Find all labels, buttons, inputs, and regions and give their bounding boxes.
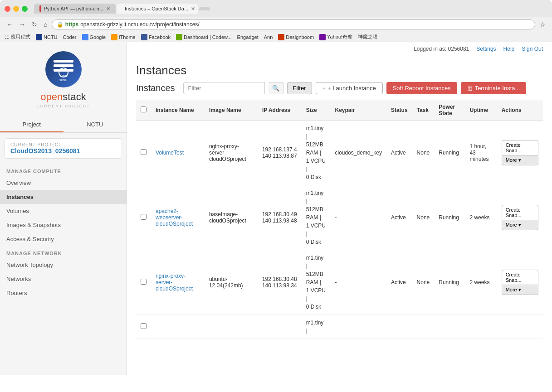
bookmark-button[interactable]: ☆: [538, 20, 547, 29]
manage-network-title: Manage Network: [0, 246, 127, 258]
bookmark-nctu-label: NCTU: [44, 34, 58, 40]
bookmark-coder-label: Coder: [63, 34, 77, 40]
bookmark-nctu[interactable]: NCTU: [36, 34, 58, 40]
row-checkbox-3[interactable]: [141, 323, 147, 329]
launch-instance-label: + Launch Instance: [327, 85, 376, 92]
create-snapshot-button-0[interactable]: Create Snap...: [502, 140, 538, 155]
row-3-image: [205, 315, 258, 339]
table-row: m1.tiny |: [136, 315, 543, 339]
instance-link-0[interactable]: VolumeTest: [156, 150, 184, 156]
soft-reboot-button[interactable]: Soft Reboot Instances: [386, 82, 457, 94]
row-checkbox-2[interactable]: [141, 279, 147, 285]
page-title: Instances: [127, 56, 552, 82]
browser-tab-1[interactable]: Python API — python-cin... ✕: [34, 4, 116, 14]
col-keypair: Keypair: [330, 100, 386, 121]
logo-svg: 1896: [50, 58, 77, 81]
filter-search-button[interactable]: 🔍: [269, 82, 283, 94]
action-group-2: Create Snap... More ▾: [502, 270, 538, 295]
row-0-ip: 192.168.137.4 140.113.98.87: [258, 121, 302, 185]
filter-input[interactable]: [183, 82, 265, 94]
more-button-0[interactable]: More ▾: [502, 155, 538, 165]
current-project-label: CURRENT PROJECT: [10, 142, 116, 147]
launch-icon: +: [322, 85, 326, 92]
sidebar-item-networks[interactable]: Networks: [0, 272, 127, 286]
bookmark-ithome-label: iThome: [119, 34, 136, 40]
bookmark-shenmozota[interactable]: 神魔之塔: [358, 34, 378, 40]
sidebar-item-access[interactable]: Access & Security: [0, 232, 127, 246]
bookmark-dashboard[interactable]: Dashboard | Codew...: [176, 34, 232, 40]
sidebar-item-routers[interactable]: Routers: [0, 286, 127, 300]
settings-link[interactable]: Settings: [476, 46, 496, 52]
row-2-size: m1.tiny | 512MB RAM | 1 VCPU | 0 Disk: [302, 250, 331, 315]
filter-button[interactable]: Filter: [287, 82, 312, 94]
instance-link-2[interactable]: nginx-proxy-server-cloudOSproject: [156, 273, 193, 292]
browser-tab-3[interactable]: [199, 7, 210, 10]
row-checkbox-0[interactable]: [141, 149, 147, 155]
address-bar[interactable]: 🔒 https openstack-grizzly.it.nctu.edu.tw…: [52, 19, 535, 29]
sidebar-item-instances[interactable]: Instances: [0, 190, 127, 204]
minimize-button[interactable]: [13, 6, 19, 12]
terminate-button[interactable]: 🗑 Terminate Insta...: [461, 82, 527, 94]
svg-rect-1: [54, 64, 73, 67]
row-3-keypair: [330, 315, 386, 339]
row-2-status: Active: [386, 250, 412, 315]
forward-button[interactable]: →: [17, 20, 27, 29]
col-task: Task: [412, 100, 435, 121]
bookmark-yahoo[interactable]: Yahoo!奇摩: [319, 34, 352, 40]
select-all-checkbox[interactable]: [141, 106, 147, 112]
refresh-button[interactable]: ↻: [30, 20, 39, 29]
row-1-image: baseImage-cloudOSproject: [205, 185, 258, 250]
row-1-power-state: Running: [434, 185, 465, 250]
bookmark-ann[interactable]: Ann: [264, 34, 273, 40]
bookmark-google[interactable]: Google: [82, 34, 106, 40]
toolbar: Instances 🔍 Filter + + Launch Instance S…: [136, 82, 543, 94]
row-2-checkbox: [136, 250, 151, 315]
row-3-checkbox: [136, 315, 151, 339]
tab-close-2[interactable]: ✕: [191, 6, 195, 12]
browser-tab-2[interactable]: Instances – OpenStack Da... ✕: [117, 4, 198, 14]
bookmark-apps-label: 應用程式: [10, 34, 30, 40]
bookmark-facebook[interactable]: Facebook: [141, 34, 171, 40]
content-area: Instances 🔍 Filter + + Launch Instance S…: [127, 82, 552, 348]
row-0-status: Active: [386, 121, 412, 185]
instance-link-1[interactable]: apache2-webserver-cloudOSproject: [156, 208, 193, 227]
maximize-button[interactable]: [22, 6, 28, 12]
sidebar-item-volumes[interactable]: Volumes: [0, 204, 127, 218]
openstack-logo: 1896: [45, 51, 82, 87]
bookmark-apps[interactable]: ☷ 應用程式: [5, 34, 30, 40]
bookmark-google-label: Google: [90, 34, 106, 40]
tab-close-1[interactable]: ✕: [106, 6, 110, 12]
sidebar-item-images[interactable]: Images & Snapshots: [0, 218, 127, 232]
bookmark-engadget[interactable]: Engadget: [237, 34, 259, 40]
bookmark-ithome[interactable]: iThome: [111, 34, 136, 40]
sidebar-tab-nctu[interactable]: NCTU: [64, 117, 127, 132]
tab-label-1: Python API — python-cin...: [44, 6, 103, 11]
app-container: 1896 openstack CURRENT PROJECT Project N…: [0, 42, 552, 375]
action-group-0: Create Snap... More ▾: [502, 140, 538, 165]
col-instance-name: Instance Name: [151, 100, 205, 121]
current-project-name[interactable]: CloudOS2013_0256081: [10, 147, 116, 155]
more-button-2[interactable]: More ▾: [502, 285, 538, 295]
create-snapshot-button-2[interactable]: Create Snap...: [502, 270, 538, 285]
sidebar-logo: 1896 openstack CURRENT PROJECT: [0, 42, 127, 113]
bookmark-designboom-label: Designboom: [286, 34, 314, 40]
home-button[interactable]: ⌂: [42, 20, 49, 29]
top-bar: Logged in as: 0256081 Settings Help Sign…: [127, 42, 552, 56]
sidebar: 1896 openstack CURRENT PROJECT Project N…: [0, 42, 127, 375]
sidebar-item-network-topology[interactable]: Network Topology: [0, 258, 127, 272]
back-button[interactable]: ←: [5, 20, 15, 29]
close-button[interactable]: [5, 6, 10, 12]
sidebar-item-overview[interactable]: Overview: [0, 176, 127, 190]
row-0-actions: Create Snap... More ▾: [497, 121, 543, 185]
sign-out-link[interactable]: Sign Out: [522, 46, 543, 52]
bookmark-designboom[interactable]: Designboom: [278, 34, 314, 40]
more-button-1[interactable]: More ▾: [502, 220, 538, 230]
row-checkbox-1[interactable]: [141, 214, 147, 220]
trash-icon: 🗑: [467, 85, 473, 92]
sidebar-tab-project[interactable]: Project: [0, 117, 64, 132]
bookmark-coder[interactable]: Coder: [63, 34, 77, 40]
help-link[interactable]: Help: [503, 46, 515, 52]
create-snapshot-button-1[interactable]: Create Snap...: [502, 205, 538, 220]
browser-tabs: Python API — python-cin... ✕ Instances –…: [34, 4, 547, 14]
launch-instance-button[interactable]: + + Launch Instance: [316, 82, 383, 94]
